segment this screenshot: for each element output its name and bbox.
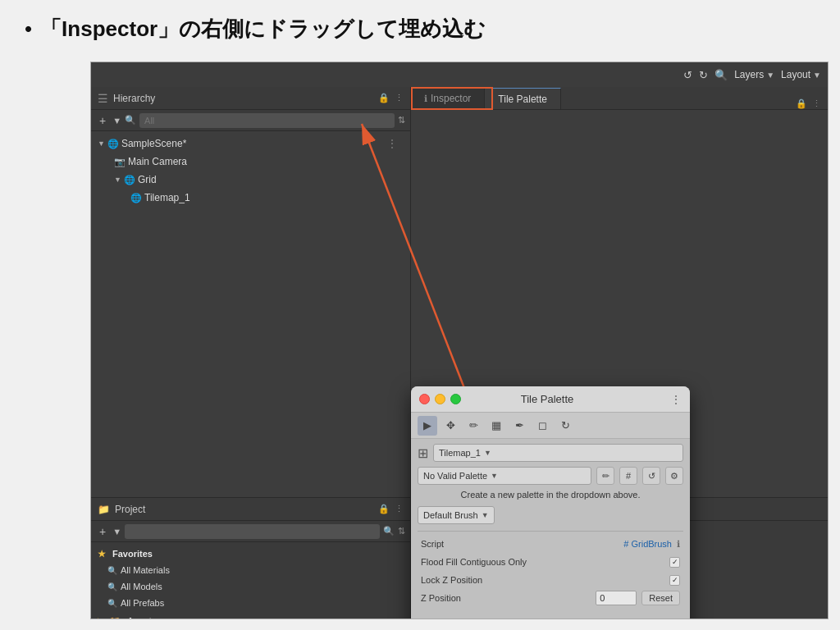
script-value: # GridBrush [623,539,672,549]
scene-name: SampleScene* [121,138,186,149]
eyedropper-tool-btn[interactable]: ✒ [509,416,529,436]
instruction-text: 「Inspector」の右側にドラッグして埋め込む [40,15,486,43]
flood-fill-label: Flood Fill Contiguous Only [421,557,664,567]
tab-more-icon[interactable]: ⋮ [812,98,821,109]
assets-label: Assets [127,616,157,619]
brush-dropdown-arrow-icon: ▼ [482,511,489,519]
tp-create-text: Create a new palette in the dropdown abo… [418,490,683,500]
project-item-all-prefabs[interactable]: 🔍 All Prefabs [91,595,410,611]
project-plus-icon[interactable]: + [96,525,109,538]
project-sort-icon[interactable]: ⇅ [398,526,405,536]
sort-icon[interactable]: ⇅ [398,115,405,126]
tilemap-icon: 🌐 [130,193,142,203]
flood-fill-checkbox[interactable]: ✓ [669,557,680,568]
layers-dropdown[interactable]: Layers ▼ [734,69,774,80]
hierarchy-item-samplescene[interactable]: ▼ 🌐 SampleScene* ⋮ [91,135,410,153]
assets-folder-icon: ▶ [98,616,104,620]
tilemap-dropdown[interactable]: Tilemap_1 ▼ [433,444,683,462]
main-camera-label: Main Camera [128,156,187,167]
lock-z-row: Lock Z Position ✓ [418,571,683,589]
window-titlebar: Tile Palette ⋮ [411,386,690,413]
select-tool-btn[interactable]: ▶ [418,416,437,436]
project-lock-icon[interactable]: 🔒 [378,504,390,514]
tab-tile-palette[interactable]: Tile Palette [485,88,561,109]
all-prefabs-label: All Prefabs [121,598,164,608]
scene-more-icon[interactable]: ⋮ [387,138,397,149]
script-info-icon: ℹ [677,539,680,550]
favorites-section: ★ Favorites [91,546,410,562]
lock-icon[interactable]: 🔒 [378,93,390,103]
assets-folder2-icon: 📁 [109,616,121,620]
rotate-tool-btn[interactable]: ↻ [555,416,575,436]
paint-tool-btn[interactable]: ✏ [463,416,483,436]
grid-expand-icon: ▼ [114,176,121,184]
erase-tool-btn[interactable]: ◻ [532,416,552,436]
project-search-input[interactable] [125,524,380,539]
search-sm3-icon: 🔍 [107,599,117,608]
more-icon[interactable]: ⋮ [395,93,404,103]
paint-icon-btn[interactable]: ✏ [596,467,614,485]
layout-dropdown[interactable]: Layout ▼ [781,69,821,80]
refresh-icon-btn[interactable]: ↺ [642,467,660,485]
bullet: • [25,16,32,42]
search-topbar-icon[interactable]: 🔍 [714,69,728,81]
plus-icon[interactable]: + [96,114,109,127]
all-models-label: All Models [121,582,162,591]
project-item-all-materials[interactable]: 🔍 All Materials [91,562,410,578]
tab-inspector[interactable]: ℹ Inspector [411,88,485,109]
favorites-label: Favorites [112,549,153,559]
star-icon: ★ [98,549,106,559]
dropdown-icon[interactable]: ▼ [112,116,121,126]
palette-dropdown[interactable]: No Valid Palette ▼ [418,467,591,485]
reset-button[interactable]: Reset [641,591,680,605]
hierarchy-search-input[interactable] [139,113,395,128]
assets-section: ▶ 📁 Assets [91,613,410,619]
project-folder-icon: 📁 [98,504,110,515]
settings-icon-btn[interactable]: ⚙ [665,467,683,485]
tilemap-dropdown-row: ⊞ Tilemap_1 ▼ [418,444,683,462]
project-title: Project [115,504,145,515]
script-row: Script # GridBrush ℹ [418,535,683,553]
hierarchy-title: Hierarchy [113,93,155,104]
tile-palette-tab-label: Tile Palette [498,94,547,105]
tp-toolbar: ▶ ✥ ✏ ▦ ✒ ◻ ↻ [411,413,690,439]
z-position-input[interactable] [596,591,637,605]
hierarchy-item-maincamera[interactable]: 📷 Main Camera [91,153,410,171]
palette-row: No Valid Palette ▼ ✏ # ↺ ⚙ [418,467,683,485]
brush-dropdown-label: Default Brush [423,510,478,520]
tab-lock-icon[interactable]: 🔒 [796,98,807,109]
hierarchy-panel: ☰ Hierarchy 🔒 ⋮ + ▼ 🔍 ⇅ ▼ 🌐 SampleScene* [91,87,411,497]
flood-fill-row: Flood Fill Contiguous Only ✓ [418,553,683,571]
lock-z-label: Lock Z Position [421,575,664,585]
search-sm2-icon: 🔍 [107,582,117,591]
project-dropdown-icon[interactable]: ▼ [112,527,121,536]
hierarchy-menu-icon: ☰ [98,92,108,105]
search-icon: 🔍 [125,115,136,126]
fill-tool-btn[interactable]: ▦ [486,416,506,436]
hierarchy-header: ☰ Hierarchy 🔒 ⋮ [91,87,410,110]
brush-dropdown[interactable]: Default Brush ▼ [418,506,495,524]
undo-icon[interactable]: ↺ [683,69,692,81]
tabs-header: ℹ Inspector Tile Palette 🔒 ⋮ [411,87,828,110]
tp-content: ⊞ Tilemap_1 ▼ No Valid Palette ▼ ✏ # ↺ ⚙… [411,439,690,612]
hierarchy-item-tilemap1[interactable]: 🌐 Tilemap_1 [91,189,410,207]
tile-palette-window-title: Tile Palette [429,393,665,405]
hierarchy-item-grid[interactable]: ▼ 🌐 Grid [91,171,410,189]
project-tree: ★ Favorites 🔍 All Materials 🔍 All Models… [91,542,410,619]
all-materials-label: All Materials [121,565,170,575]
window-more-icon[interactable]: ⋮ [670,393,682,406]
project-item-all-models[interactable]: 🔍 All Models [91,578,410,595]
grid-icon-btn[interactable]: # [619,467,637,485]
script-label: Script [421,539,619,549]
redo-icon[interactable]: ↻ [699,69,708,81]
project-search-magnify-icon[interactable]: 🔍 [383,526,395,536]
lock-z-checkbox[interactable]: ✓ [669,575,680,586]
tilemap-dropdown-arrow-icon: ▼ [484,449,491,457]
tp-props-section: Script # GridBrush ℹ Flood Fill Contiguo… [418,531,683,607]
tilemap-row-icon: ⊞ [418,445,428,461]
z-position-label: Z Position [421,593,591,603]
project-more-icon[interactable]: ⋮ [395,504,404,514]
move-tool-btn[interactable]: ✥ [441,416,460,436]
grid-label: Grid [138,174,157,185]
hierarchy-search-bar: + ▼ 🔍 ⇅ [91,110,410,131]
